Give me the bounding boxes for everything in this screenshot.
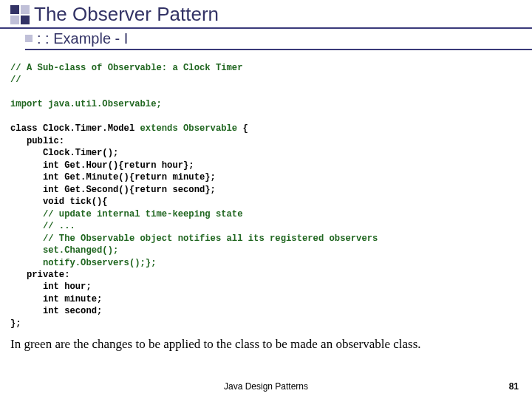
code-line: public: xyxy=(10,136,64,146)
code-line: int Get.Hour(){return hour}; xyxy=(10,160,194,171)
code-line: notify.Observers();}; xyxy=(10,258,156,268)
page-number: 81 xyxy=(509,381,519,392)
slide-header: The Observer Pattern : : Example - I xyxy=(0,0,532,50)
code-line: void tick(){ xyxy=(10,197,108,207)
code-block: // A Sub-class of Observable: a Clock Ti… xyxy=(10,62,522,330)
code-line: set.Changed(); xyxy=(10,245,118,256)
code-line: }; xyxy=(10,318,21,329)
slide-title: The Observer Pattern xyxy=(34,3,219,26)
footer-center: Java Design Patterns xyxy=(0,381,532,392)
code-line: int second; xyxy=(10,306,102,316)
slide-subtitle: : : Example - I xyxy=(25,30,532,50)
code-line: // update internal time-keeping state xyxy=(10,209,243,219)
code-line: // xyxy=(10,75,21,85)
code-line: int hour; xyxy=(10,282,92,292)
code-line: private: xyxy=(10,270,69,280)
code-line: class Clock.Timer.Model xyxy=(10,123,140,134)
code-line: int Get.Minute(){return minute}; xyxy=(10,172,216,183)
code-keyword: extends Observable xyxy=(140,123,238,134)
code-line: { xyxy=(237,123,248,134)
code-line: // ... xyxy=(10,221,75,231)
logo-squares xyxy=(10,5,30,24)
code-line: Clock.Timer(); xyxy=(10,148,118,158)
code-line: // A Sub-class of Observable: a Clock Ti… xyxy=(10,63,243,73)
code-line: int minute; xyxy=(10,294,102,304)
caption-text: In green are the changes to be applied t… xyxy=(10,337,522,352)
title-row: The Observer Pattern xyxy=(0,3,532,29)
code-line: // The Observable object notifies all it… xyxy=(10,233,378,244)
code-line: int Get.Second(){return second}; xyxy=(10,185,216,195)
code-line: import java.util.Observable; xyxy=(10,99,162,109)
